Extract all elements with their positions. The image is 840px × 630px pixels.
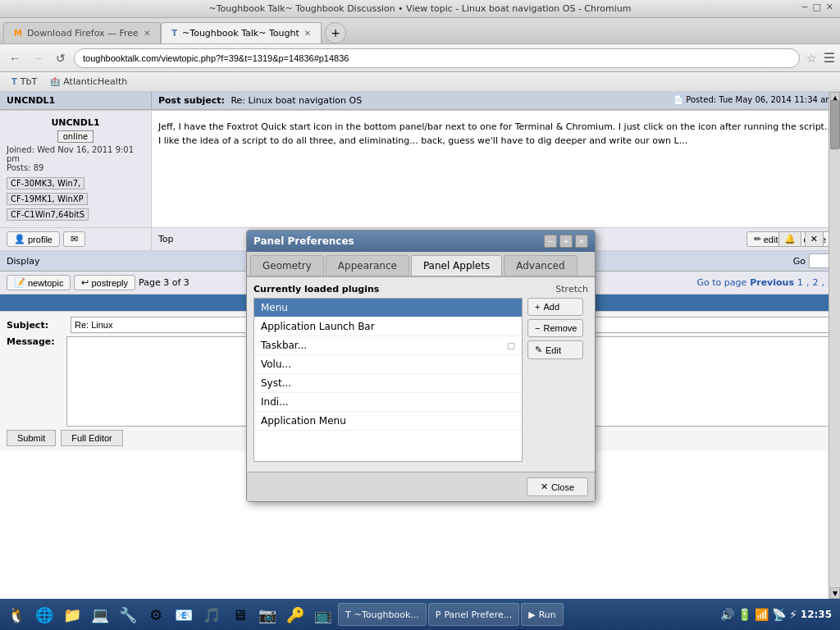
plugins-header: Currently loaded plugins Stretch xyxy=(253,284,588,294)
tbt-bookmark-label: TbT xyxy=(21,76,37,87)
add-plugin-icon: + xyxy=(535,302,540,312)
taskbar-icon-12[interactable]: 📺 xyxy=(310,601,336,628)
taskbar-app-run[interactable]: ▶ Run xyxy=(521,603,564,626)
run-app-icon: ▶ xyxy=(528,609,535,620)
taskbar-icon-5[interactable]: 🔧 xyxy=(115,601,141,628)
taskbar-icon-2[interactable]: 🌐 xyxy=(31,601,57,628)
plugin-taskbar-label: Taskbar... xyxy=(261,340,307,351)
plugin-item-menu[interactable]: Menu xyxy=(254,299,522,317)
dialog-close-footer-btn[interactable]: ✕ Close xyxy=(527,477,588,496)
ah-bookmark-label: AtlanticHealth xyxy=(63,76,127,87)
tab-appearance[interactable]: Appearance xyxy=(326,255,409,276)
taskbar-icon-1[interactable]: 🐧 xyxy=(3,601,30,628)
bookmarks-bar: T TbT 🏥 AtlanticHealth xyxy=(0,72,840,92)
plugin-item-indicator[interactable]: Indi... xyxy=(254,393,522,412)
taskbar-icon-3[interactable]: 📁 xyxy=(59,601,85,628)
wifi-tray-icon[interactable]: 📡 xyxy=(772,608,786,621)
add-plugin-btn[interactable]: + Add xyxy=(527,298,583,316)
reload-btn[interactable]: ↺ xyxy=(51,48,71,68)
plugins-list[interactable]: Menu Application Launch Bar Taskbar... □… xyxy=(253,298,523,462)
tbt-bookmark-icon: T xyxy=(11,77,17,86)
back-btn[interactable]: ← xyxy=(5,48,25,68)
tab-geometry-label: Geometry xyxy=(262,260,312,272)
plugin-item-system[interactable]: Syst... xyxy=(254,374,522,393)
tab-firefox[interactable]: M Download Firefox — Free ✕ xyxy=(3,22,161,43)
dialog-overlay: Panel Preferences − + × Geometry Appeara… xyxy=(0,92,840,599)
taskbar-icon-11[interactable]: 🔑 xyxy=(282,601,308,628)
close-window-btn[interactable]: ✕ xyxy=(826,2,833,12)
plugin-volume-label: Volu... xyxy=(261,358,291,370)
taskbar-app-toughbook[interactable]: T ~Toughbook... xyxy=(338,603,427,626)
tab-advanced[interactable]: Advanced xyxy=(504,255,577,276)
taskbar-icon-10[interactable]: 📷 xyxy=(254,601,281,628)
volume-tray-icon[interactable]: 🔊 xyxy=(720,608,734,621)
edit-plugin-btn[interactable]: ✎ Edit xyxy=(527,340,583,359)
taskbar-app-panel-pref[interactable]: P Panel Prefere... xyxy=(428,603,519,626)
new-tab-btn[interactable]: + xyxy=(325,22,346,43)
taskbar-icon-9[interactable]: 🖥 xyxy=(226,601,253,628)
taskbar-icon-6[interactable]: ⚙ xyxy=(143,601,169,628)
forward-btn[interactable]: → xyxy=(28,48,48,68)
remove-plugin-btn[interactable]: − Remove xyxy=(527,319,583,337)
taskbar-tray: 🔊 🔋 📶 📡 ⚡ 12:35 xyxy=(715,608,837,621)
browser-menu-btn[interactable]: ☰ xyxy=(824,50,835,66)
address-bar[interactable] xyxy=(74,48,800,68)
dialog-maximize-btn[interactable]: + xyxy=(559,235,573,248)
plugins-area: Menu Application Launch Bar Taskbar... □… xyxy=(253,298,588,465)
remove-plugin-icon: − xyxy=(535,323,540,333)
bookmark-tbt[interactable]: T TbT xyxy=(7,75,42,89)
toughbook-app-icon: T xyxy=(345,609,351,620)
plugin-indicator-label: Indi... xyxy=(261,396,289,408)
tab-toughbook[interactable]: T ~Toughbook Talk~ Tought ✕ xyxy=(161,22,322,43)
tab-geometry[interactable]: Geometry xyxy=(250,255,324,276)
tab-toughbook-close[interactable]: ✕ xyxy=(304,29,311,38)
battery-tray-icon[interactable]: 🔋 xyxy=(737,608,751,621)
tab-toughbook-label: ~Toughbook Talk~ Tought xyxy=(182,28,299,39)
plugin-taskbar-checkbox: □ xyxy=(508,341,515,350)
plugin-launch-bar-label: Application Launch Bar xyxy=(261,321,375,332)
maximize-window-btn[interactable]: □ xyxy=(812,2,820,12)
tab-panel-applets-label: Panel Applets xyxy=(423,260,490,272)
bookmark-star-btn[interactable]: ☆ xyxy=(806,52,817,65)
dialog-titlebar: Panel Preferences − + × xyxy=(247,231,595,252)
toughbook-app-label: ~Toughbook... xyxy=(354,609,419,620)
plugin-app-menu-label: Application Menu xyxy=(261,415,346,427)
dialog-title: Panel Preferences xyxy=(253,235,354,247)
system-clock: 12:35 xyxy=(801,609,832,620)
network-tray-icon[interactable]: 📶 xyxy=(755,608,769,621)
tab-firefox-label: Download Firefox — Free xyxy=(27,28,139,39)
bookmark-atlantichealth[interactable]: 🏥 AtlanticHealth xyxy=(45,75,132,89)
taskbar-icon-4[interactable]: 💻 xyxy=(87,601,113,628)
minimize-window-btn[interactable]: ─ xyxy=(802,2,808,12)
tab-advanced-label: Advanced xyxy=(516,260,564,272)
firefox-tab-icon: M xyxy=(14,29,22,38)
tab-panel-applets[interactable]: Panel Applets xyxy=(411,255,502,276)
panel-preferences-dialog: Panel Preferences − + × Geometry Appeara… xyxy=(246,230,596,502)
toughbook-tab-icon: T xyxy=(171,29,177,38)
plugin-system-label: Syst... xyxy=(261,377,291,389)
plugin-item-volume[interactable]: Volu... xyxy=(254,355,522,374)
dialog-tabs: Geometry Appearance Panel Applets Advanc… xyxy=(247,252,595,277)
dialog-footer: ✕ Close xyxy=(247,472,595,501)
page-content: UNCNDL1 Post subject: Re: Linux boat nav… xyxy=(0,92,840,599)
remove-plugin-label: Remove xyxy=(543,323,577,333)
power-tray-icon[interactable]: ⚡ xyxy=(789,608,797,621)
tab-appearance-label: Appearance xyxy=(338,260,397,272)
panel-pref-app-icon: P xyxy=(436,609,441,620)
taskbar: 🐧 🌐 📁 💻 🔧 ⚙ 📧 🎵 🖥 📷 🔑 📺 T ~Toughbook... … xyxy=(0,599,840,630)
plugin-item-app-menu[interactable]: Application Menu xyxy=(254,412,522,431)
dialog-close-btn[interactable]: × xyxy=(575,235,588,248)
run-app-label: Run xyxy=(539,609,556,620)
edit-plugin-label: Edit xyxy=(546,345,561,355)
browser-toolbar: ← → ↺ ☆ ☰ xyxy=(0,44,840,72)
close-footer-icon: ✕ xyxy=(541,482,548,492)
plugin-menu-label: Menu xyxy=(261,302,288,313)
panel-pref-app-label: Panel Prefere... xyxy=(444,609,512,620)
tab-firefox-close[interactable]: ✕ xyxy=(144,29,150,38)
browser-titlebar: ~Toughbook Talk~ Toughbook Discussion • … xyxy=(0,0,840,18)
taskbar-icon-7[interactable]: 📧 xyxy=(171,601,197,628)
taskbar-icon-8[interactable]: 🎵 xyxy=(199,601,225,628)
plugin-item-launch-bar[interactable]: Application Launch Bar xyxy=(254,317,522,336)
plugin-item-taskbar[interactable]: Taskbar... □ xyxy=(254,336,522,355)
dialog-minimize-btn[interactable]: − xyxy=(544,235,557,248)
